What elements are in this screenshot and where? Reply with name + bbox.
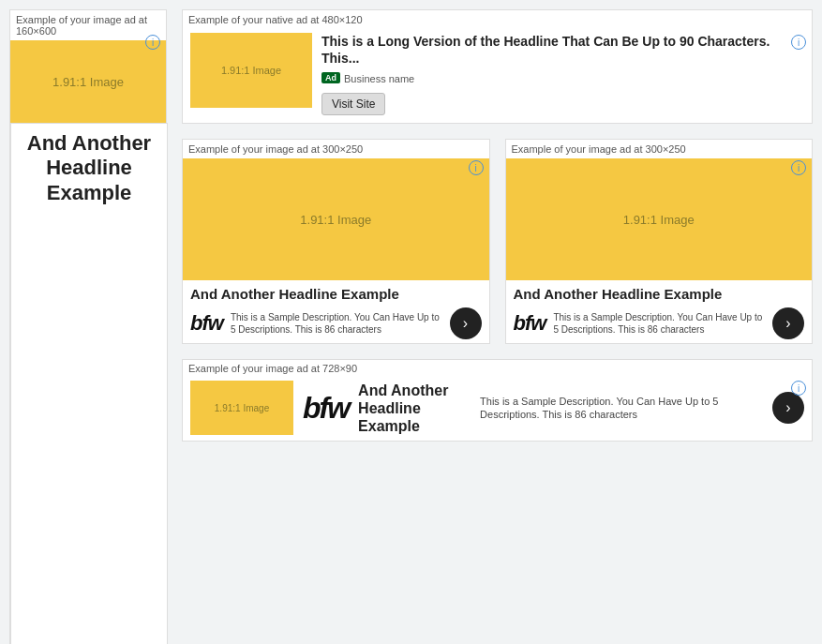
- ad-728x90-content: 1.91:1 Image bfw And Another Headline Ex…: [183, 377, 812, 441]
- ad-160x600-label: Example of your image ad at 160×600: [10, 10, 166, 40]
- ad-728x90-desc: This is a Sample Description. You Can Ha…: [480, 395, 763, 423]
- ad-300x250-right: Example of your image ad at 300×250 1.91…: [505, 139, 814, 344]
- ad-728x90-cta[interactable]: ›: [772, 392, 804, 424]
- native-480-ad: Example of your native ad at 480×120 1.9…: [182, 9, 813, 124]
- ad-300x250-left-headline: And Another Headline Example: [183, 280, 489, 304]
- ad-728x90-image: 1.91:1 Image: [190, 381, 293, 435]
- info-icon-160x600[interactable]: i: [145, 35, 160, 50]
- ad-728x90-headline: And Another Headline Example: [358, 382, 471, 436]
- ad-300x250-left-bottom: bfw This is a Sample Description. You Ca…: [183, 304, 489, 343]
- native-480-headline: This is a Long Version of the Headline T…: [321, 33, 795, 67]
- native-business-name: Business name: [344, 73, 414, 84]
- ad-160x600-image: 1.91:1 Image: [10, 40, 166, 123]
- ad-300x250-left-cta[interactable]: ›: [450, 307, 482, 339]
- ad-300x250-left-logo: bfw: [190, 313, 223, 334]
- info-icon-300x250-left[interactable]: i: [469, 160, 484, 175]
- visit-site-button[interactable]: Visit Site: [321, 93, 385, 115]
- ad-160x600-headline: And Another Headline Example: [10, 123, 168, 644]
- native-480-text-area: This is a Long Version of the Headline T…: [312, 33, 804, 115]
- ad-300x250-left-label: Example of your image ad at 300×250: [183, 140, 489, 158]
- info-icon-native480[interactable]: i: [791, 35, 806, 50]
- right-column: Example of your native ad at 480×120 1.9…: [182, 9, 813, 442]
- ad-728x90: Example of your image ad at 728×90 1.91:…: [182, 359, 813, 442]
- ad-300x250-right-bottom: bfw This is a Sample Description. You Ca…: [506, 304, 813, 343]
- ad-300x250-left: Example of your image ad at 300×250 1.91…: [182, 139, 490, 344]
- ad-300x250-left-image: 1.91:1 Image: [183, 158, 489, 280]
- native-480-content: 1.91:1 Image This is a Long Version of t…: [183, 29, 812, 123]
- top-row: Example of your image ad at 160×600 1.91…: [9, 9, 813, 644]
- ad-300x250-right-label: Example of your image ad at 300×250: [506, 140, 813, 158]
- ad-300x250-left-desc: This is a Sample Description. You Can Ha…: [231, 311, 442, 337]
- ad-300x250-right-logo: bfw: [514, 313, 546, 334]
- main-container: Example of your image ad at 160×600 1.91…: [9, 9, 813, 644]
- ad-300x250-right-desc: This is a Sample Description. You Can Ha…: [553, 311, 765, 337]
- ad-300x250-right-headline: And Another Headline Example: [506, 280, 813, 304]
- native-480-label: Example of your native ad at 480×120: [183, 10, 812, 29]
- ad-728x90-label: Example of your image ad at 728×90: [183, 360, 812, 377]
- native-480-image: 1.91:1 Image: [190, 33, 312, 108]
- ad-728x90-logo: bfw: [303, 391, 349, 426]
- row-300x250: Example of your image ad at 300×250 1.91…: [182, 139, 813, 344]
- ad-160x600: Example of your image ad at 160×600 1.91…: [9, 9, 167, 644]
- ad-300x250-right-image: 1.91:1 Image: [506, 158, 813, 280]
- native-ad-badge: Ad: [321, 72, 340, 83]
- ad-300x250-right-cta[interactable]: ›: [772, 307, 804, 339]
